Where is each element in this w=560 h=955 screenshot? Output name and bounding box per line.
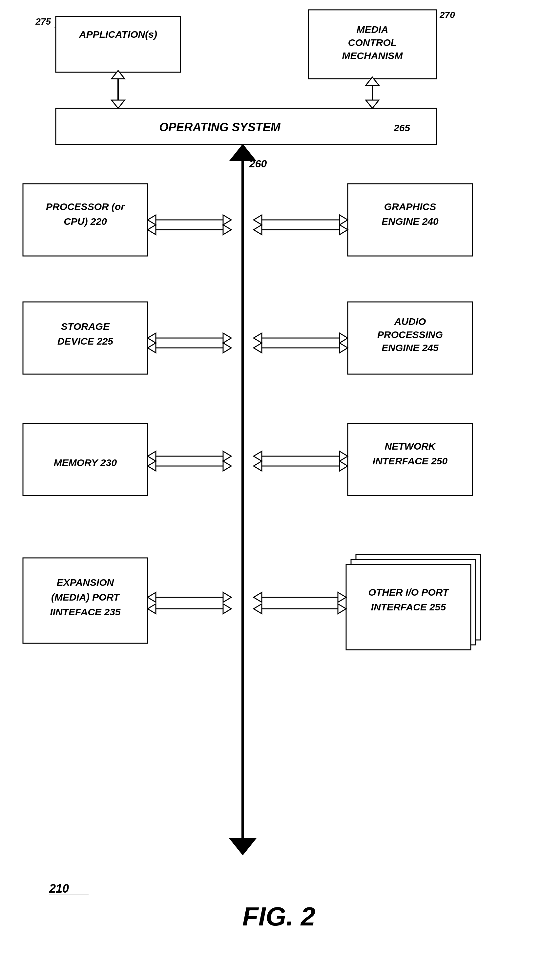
svg-text:DEVICE 225: DEVICE 225 (58, 336, 114, 346)
svg-marker-35 (253, 215, 262, 225)
svg-text:275: 275 (35, 16, 51, 27)
svg-rect-0 (56, 16, 180, 72)
svg-marker-95 (253, 604, 262, 614)
svg-marker-75 (339, 461, 348, 471)
svg-text:MECHANISM: MECHANISM (342, 50, 403, 61)
svg-text:270: 270 (439, 10, 455, 20)
svg-text:STORAGE: STORAGE (61, 321, 110, 332)
svg-text:ENGINE 240: ENGINE 240 (382, 216, 439, 227)
svg-marker-93 (338, 592, 346, 602)
svg-text:AUDIO: AUDIO (394, 316, 426, 327)
svg-text:260: 260 (249, 158, 267, 170)
svg-text:ENGINE 245: ENGINE 245 (382, 342, 439, 353)
svg-text:APPLICATION(s): APPLICATION(s) (79, 29, 157, 40)
svg-text:EXPANSION: EXPANSION (57, 577, 114, 588)
svg-marker-65 (148, 451, 156, 461)
diagram: APPLICATION(s) 275 MEDIA CONTROL MECHANI… (0, 0, 560, 955)
svg-marker-87 (223, 592, 231, 602)
svg-marker-20 (230, 839, 256, 855)
svg-marker-38 (253, 225, 262, 235)
svg-marker-89 (148, 604, 156, 614)
svg-marker-32 (148, 225, 156, 235)
svg-marker-96 (338, 604, 346, 614)
svg-marker-55 (339, 333, 348, 343)
diagram-svg: APPLICATION(s) 275 MEDIA CONTROL MECHANI… (0, 0, 560, 955)
svg-marker-57 (253, 343, 262, 353)
svg-marker-69 (223, 461, 231, 471)
svg-marker-66 (223, 451, 231, 461)
svg-text:CONTROL: CONTROL (348, 37, 397, 48)
svg-marker-14 (111, 100, 125, 108)
svg-text:(MEDIA) PORT: (MEDIA) PORT (51, 592, 120, 603)
svg-marker-29 (148, 215, 156, 225)
svg-text:INTERFACE 250: INTERFACE 250 (373, 456, 448, 467)
svg-marker-30 (223, 215, 231, 225)
svg-marker-86 (148, 592, 156, 602)
svg-marker-36 (339, 215, 348, 225)
svg-marker-74 (253, 461, 262, 471)
svg-marker-49 (223, 333, 231, 343)
svg-marker-92 (253, 592, 262, 602)
svg-marker-72 (339, 451, 348, 461)
svg-text:CPU) 220: CPU) 220 (64, 216, 107, 227)
svg-marker-58 (339, 343, 348, 353)
svg-text:NETWORK: NETWORK (385, 441, 436, 452)
svg-marker-90 (223, 604, 231, 614)
svg-marker-33 (223, 225, 231, 235)
svg-marker-39 (339, 225, 348, 235)
svg-text:FIG. 2: FIG. 2 (242, 902, 315, 931)
svg-marker-68 (148, 461, 156, 471)
svg-text:210: 210 (49, 882, 69, 895)
svg-text:MEDIA: MEDIA (357, 24, 388, 35)
svg-marker-71 (253, 451, 262, 461)
svg-marker-52 (223, 343, 231, 353)
svg-text:PROCESSING: PROCESSING (377, 329, 443, 340)
svg-text:INTERFACE 255: INTERFACE 255 (371, 601, 446, 612)
svg-marker-51 (148, 343, 156, 353)
svg-text:GRAPHICS: GRAPHICS (384, 201, 436, 212)
svg-text:MEMORY 230: MEMORY 230 (54, 457, 117, 468)
svg-marker-48 (148, 333, 156, 343)
svg-text:IINTEFACE 235: IINTEFACE 235 (50, 606, 121, 617)
svg-marker-17 (366, 100, 379, 108)
svg-text:OPERATING SYSTEM: OPERATING SYSTEM (159, 121, 280, 134)
svg-text:265: 265 (393, 122, 410, 133)
svg-marker-54 (253, 333, 262, 343)
svg-text:PROCESSOR (or: PROCESSOR (or (46, 201, 125, 212)
svg-text:OTHER I/O PORT: OTHER I/O PORT (368, 587, 449, 598)
